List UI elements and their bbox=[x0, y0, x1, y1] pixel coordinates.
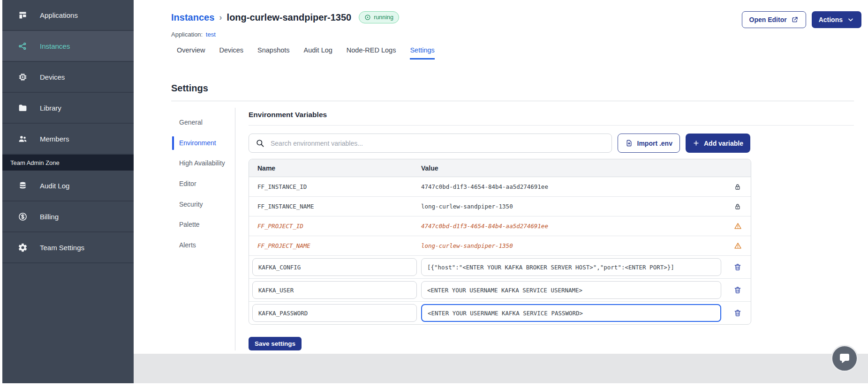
tab-overview[interactable]: Overview bbox=[177, 46, 205, 60]
sidebar-item-instances[interactable]: Instances bbox=[2, 31, 134, 62]
settings-content: Environment Variables Import .env A bbox=[235, 108, 854, 350]
chip-icon bbox=[18, 72, 28, 82]
main-content: Instances › long-curlew-sandpiper-1350 r… bbox=[134, 0, 868, 387]
lock-icon bbox=[734, 203, 741, 210]
status-label: running bbox=[374, 14, 393, 21]
folder-icon bbox=[18, 103, 28, 113]
settings-nav-high-availability[interactable]: High Availability bbox=[171, 153, 235, 174]
open-editor-label: Open Editor bbox=[749, 16, 787, 23]
settings-nav-alerts[interactable]: Alerts bbox=[171, 235, 235, 256]
search-icon bbox=[256, 139, 264, 148]
sidebar-item-label: Library bbox=[40, 104, 61, 112]
tab-node-red-logs[interactable]: Node-RED Logs bbox=[347, 46, 396, 60]
sidebar-item-label: Applications bbox=[40, 11, 78, 19]
env-var-row-kafka-user bbox=[249, 279, 751, 302]
sidebar-item-label: Billing bbox=[40, 213, 59, 221]
tab-devices[interactable]: Devices bbox=[219, 46, 243, 60]
sidebar-item-billing[interactable]: Billing bbox=[2, 201, 134, 232]
env-name: FF_PROJECT_NAME bbox=[249, 242, 421, 249]
settings-nav-security[interactable]: Security bbox=[171, 194, 235, 215]
actions-label: Actions bbox=[819, 16, 843, 23]
search-input[interactable] bbox=[270, 139, 605, 148]
users-icon bbox=[18, 134, 28, 144]
env-var-row-ff-project-name: FF_PROJECT_NAME long-curlew-sandpiper-13… bbox=[249, 236, 751, 256]
env-value: 4747c0bd-d1f3-4654-84b4-aa5d274691ee bbox=[421, 183, 725, 190]
settings-divider bbox=[171, 101, 854, 101]
application-link[interactable]: test bbox=[206, 31, 216, 38]
sidebar-item-applications[interactable]: Applications bbox=[2, 0, 134, 31]
tab-settings[interactable]: Settings bbox=[410, 46, 434, 60]
env-var-row-ff-instance-name: FF_INSTANCE_NAME long-curlew-sandpiper-1… bbox=[249, 197, 751, 216]
sidebar: Applications Instances Devices Library M… bbox=[2, 0, 134, 383]
add-variable-label: Add variable bbox=[704, 140, 743, 147]
sidebar-nav: Applications Instances Devices Library M… bbox=[2, 0, 134, 155]
column-header-name: Name bbox=[249, 164, 421, 172]
chat-icon bbox=[838, 351, 852, 365]
save-settings-button[interactable]: Save settings bbox=[249, 337, 302, 350]
sidebar-item-label: Members bbox=[40, 135, 69, 143]
sidebar-admin-nav: Audit Log Billing Team Settings bbox=[2, 171, 134, 263]
settings-section: Settings GeneralEnvironmentHigh Availabi… bbox=[171, 83, 854, 350]
warning-icon bbox=[734, 242, 742, 250]
env-name: FF_PROJECT_ID bbox=[249, 223, 421, 230]
env-vars-title: Environment Variables bbox=[249, 111, 854, 126]
env-value-input[interactable] bbox=[421, 304, 721, 322]
env-value-input[interactable] bbox=[421, 281, 721, 299]
env-name-input[interactable] bbox=[252, 304, 417, 322]
sidebar-item-team-settings[interactable]: Team Settings bbox=[2, 232, 134, 263]
tab-snapshots[interactable]: Snapshots bbox=[257, 46, 290, 60]
delete-variable-button[interactable] bbox=[733, 309, 742, 317]
env-value-input[interactable] bbox=[421, 258, 721, 276]
team-admin-zone-label: Team Admin Zone bbox=[2, 155, 134, 171]
settings-nav-palette[interactable]: Palette bbox=[171, 215, 235, 235]
import-env-icon bbox=[625, 139, 633, 147]
breadcrumb-instances-link[interactable]: Instances bbox=[171, 12, 214, 23]
application-label: Application: bbox=[171, 31, 203, 38]
actions-button[interactable]: Actions bbox=[812, 11, 861, 28]
applications-icon bbox=[18, 10, 28, 20]
column-header-value: Value bbox=[421, 164, 725, 172]
chevron-down-icon bbox=[847, 16, 854, 23]
env-name-input[interactable] bbox=[252, 258, 417, 276]
env-vars-controls: Import .env Add variable bbox=[249, 134, 750, 153]
settings-nav-general[interactable]: General bbox=[171, 112, 235, 133]
env-var-row-ff-instance-id: FF_INSTANCE_ID 4747c0bd-d1f3-4654-84b4-a… bbox=[249, 177, 751, 197]
sidebar-item-label: Instances bbox=[40, 42, 70, 50]
delete-variable-button[interactable] bbox=[733, 286, 742, 294]
sidebar-item-audit-log[interactable]: Audit Log bbox=[2, 171, 134, 201]
settings-nav-editor[interactable]: Editor bbox=[171, 174, 235, 194]
footer-strip bbox=[134, 354, 868, 383]
import-env-button[interactable]: Import .env bbox=[618, 134, 680, 153]
env-var-row-ff-project-id: FF_PROJECT_ID 4747c0bd-d1f3-4654-84b4-aa… bbox=[249, 216, 751, 236]
header-actions: Open Editor Actions bbox=[742, 11, 861, 28]
env-vars-table: Name Value FF_INSTANCE_ID 4747c0bd-d1f3-… bbox=[249, 159, 751, 325]
settings-nav: GeneralEnvironmentHigh AvailabilityEdito… bbox=[171, 108, 235, 350]
sidebar-item-devices[interactable]: Devices bbox=[2, 62, 134, 93]
status-badge: running bbox=[359, 11, 399, 23]
env-name-input[interactable] bbox=[252, 281, 417, 299]
breadcrumb: Instances › long-curlew-sandpiper-1350 r… bbox=[171, 11, 399, 23]
breadcrumb-separator-icon: › bbox=[219, 12, 222, 22]
env-vars-table-header: Name Value bbox=[249, 159, 751, 177]
tab-audit-log[interactable]: Audit Log bbox=[304, 46, 332, 60]
open-editor-button[interactable]: Open Editor bbox=[742, 11, 806, 28]
import-env-label: Import .env bbox=[637, 140, 672, 147]
sidebar-item-library[interactable]: Library bbox=[2, 93, 134, 124]
env-var-row-kafka-password bbox=[249, 302, 751, 324]
settings-nav-environment[interactable]: Environment bbox=[171, 133, 235, 154]
settings-title: Settings bbox=[171, 83, 854, 94]
chat-widget-button[interactable] bbox=[831, 345, 858, 372]
instance-name-title: long-curlew-sandpiper-1350 bbox=[227, 12, 352, 23]
sidebar-item-label: Audit Log bbox=[40, 182, 69, 190]
env-name: FF_INSTANCE_NAME bbox=[249, 203, 421, 210]
application-line: Application: test bbox=[134, 28, 868, 38]
instance-header: Instances › long-curlew-sandpiper-1350 r… bbox=[134, 0, 868, 28]
env-vars-table-body: FF_INSTANCE_ID 4747c0bd-d1f3-4654-84b4-a… bbox=[249, 177, 751, 324]
sidebar-item-label: Devices bbox=[40, 73, 65, 81]
delete-variable-button[interactable] bbox=[733, 263, 742, 271]
add-variable-button[interactable]: Add variable bbox=[686, 134, 750, 153]
search-box bbox=[249, 134, 612, 153]
play-circle-icon bbox=[364, 14, 371, 21]
sidebar-item-members[interactable]: Members bbox=[2, 124, 134, 155]
sidebar-item-label: Team Settings bbox=[40, 244, 84, 252]
